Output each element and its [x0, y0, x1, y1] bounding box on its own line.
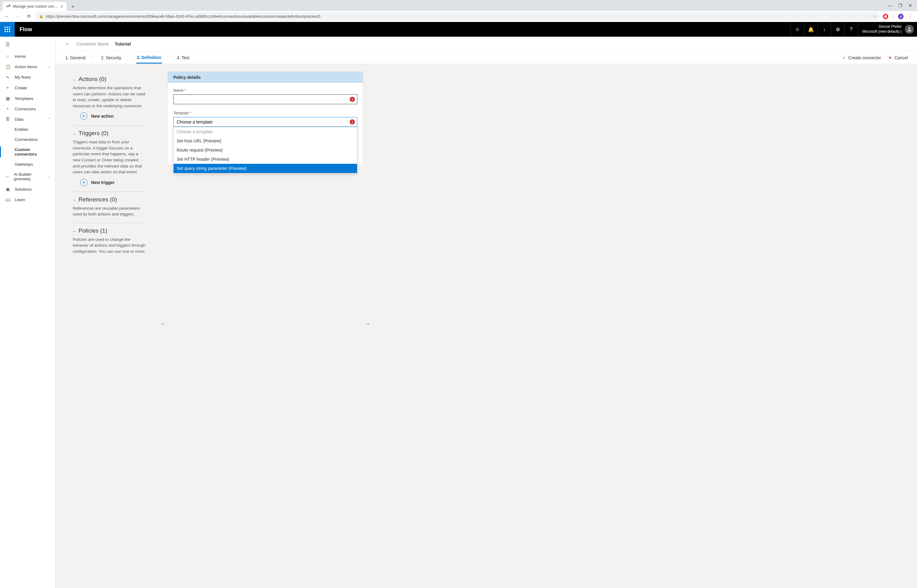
new-action-button[interactable]: +New action [80, 113, 146, 120]
svg-rect-7 [7, 31, 8, 32]
nav-create[interactable]: ＋Create [0, 82, 55, 93]
nav-gateways[interactable]: Gateways [0, 159, 55, 169]
connector-icon: ⚬ [5, 107, 10, 111]
plus-circle-icon: + [80, 113, 87, 120]
nav-solutions[interactable]: ▣Solutions [0, 184, 55, 194]
panel-next-button[interactable]: → [364, 320, 370, 327]
user-name: Denzel Pfeifer [862, 24, 902, 29]
wizard-steps: 1. General 〉 2. Security 〉 3. Definition… [56, 51, 917, 64]
browser-menu-icon[interactable]: ⋮ [908, 13, 913, 19]
nav-learn[interactable]: 📖Learn [0, 194, 55, 205]
nav-connections[interactable]: Connections [0, 134, 55, 145]
url-input[interactable]: 🔒 https://preview.flow.microsoft.com/man… [36, 12, 880, 21]
back-button[interactable]: ← [65, 40, 70, 47]
template-option-set-query-string[interactable]: Set query string parameter (Preview) [174, 164, 357, 173]
section-policies-header[interactable]: ⌄Policies (1) [73, 228, 146, 234]
section-policies-desc: Policies are used to change the behavior… [73, 237, 146, 255]
chevron-right-icon: 〉 [168, 55, 171, 60]
section-triggers-desc: Triggers read data in from your connecto… [73, 139, 146, 175]
template-select[interactable]: Choose a template [173, 117, 357, 127]
feedback-icon[interactable]: ☺ [791, 22, 804, 37]
user-menu[interactable]: Denzel Pfeifer Microsoft (new default) ( [858, 22, 917, 37]
error-icon: ! [350, 120, 355, 125]
section-references: ⌄References (0) References are reusable … [73, 192, 146, 223]
chevron-up-icon: ⌃ [48, 117, 50, 121]
template-option-placeholder[interactable]: Choose a template [174, 127, 357, 136]
name-label: Name * [173, 88, 357, 93]
chevron-down-icon: ⌄ [73, 77, 76, 82]
side-navigation: ☰ ⌂Home 📋Action items⌄ ∿My flows ＋Create… [0, 37, 56, 588]
connector-label: Connector Name [76, 42, 109, 47]
waffle-icon [5, 27, 10, 32]
chevron-down-icon: ⌄ [73, 131, 76, 136]
policy-name-input[interactable] [173, 94, 357, 104]
tab-close-icon[interactable]: × [61, 4, 63, 9]
ai-icon: ◦◦ [5, 174, 10, 179]
check-icon: ✓ [842, 55, 846, 60]
favicon-icon [6, 4, 10, 8]
svg-rect-6 [5, 31, 6, 32]
step-definition[interactable]: 3. Definition [136, 52, 162, 63]
svg-rect-1 [7, 27, 8, 28]
browser-forward-button[interactable]: → [13, 12, 22, 21]
settings-icon[interactable]: ⚙ [831, 22, 844, 37]
browser-tabbar: Manage your custom connectors × + — ❐ ✕ [0, 0, 917, 11]
plus-circle-icon: + [80, 179, 87, 186]
download-icon[interactable]: ↓ [817, 22, 831, 37]
svg-rect-4 [7, 29, 8, 30]
template-dropdown: Choose a template Set host URL (Preview)… [173, 127, 357, 173]
nav-entities[interactable]: Entities [0, 124, 55, 134]
hamburger-button[interactable]: ☰ [0, 38, 55, 51]
template-option-route-request[interactable]: Route request (Preview) [174, 145, 357, 155]
nav-templates[interactable]: ▦Templates [0, 93, 55, 103]
section-references-header[interactable]: ⌄References (0) [73, 196, 146, 203]
divider: | [893, 14, 894, 19]
section-policies: ⌄Policies (1) Policies are used to chang… [73, 223, 146, 260]
section-actions-desc: Actions determine the operations that us… [73, 85, 146, 109]
minimize-icon[interactable]: — [888, 3, 892, 8]
nav-home[interactable]: ⌂Home [0, 51, 55, 61]
nav-action-items[interactable]: 📋Action items⌄ [0, 61, 55, 72]
browser-tab[interactable]: Manage your custom connectors × [2, 2, 67, 11]
panel-prev-button[interactable]: ← [160, 320, 166, 327]
template-option-set-host-url[interactable]: Set host URL (Preview) [174, 136, 357, 145]
notifications-icon[interactable]: 🔔 [804, 22, 817, 37]
svg-rect-5 [9, 29, 10, 30]
window-controls: — ❐ ✕ [883, 0, 917, 11]
step-test[interactable]: 4. Test [176, 53, 190, 63]
section-references-desc: References are reusable parameters used … [73, 205, 146, 217]
extension-icon[interactable]: ◉ [883, 14, 888, 19]
help-icon[interactable]: ? [844, 22, 858, 37]
star-icon[interactable]: ☆ [873, 14, 877, 19]
browser-reload-button[interactable]: ⟳ [24, 12, 33, 21]
page-header: ← Connector Name Tutorial [56, 37, 917, 51]
error-icon: ! [350, 97, 355, 102]
url-text: https://preview.flow.microsoft.com/manag… [46, 14, 870, 19]
home-icon: ⌂ [5, 54, 10, 59]
chevron-down-icon: ⌄ [48, 175, 50, 179]
create-connector-button[interactable]: ✓Create connector [842, 55, 881, 60]
step-general[interactable]: 1. General [65, 53, 86, 63]
profile-icon[interactable]: d [898, 14, 904, 19]
brand-name[interactable]: Flow [15, 26, 37, 33]
new-tab-button[interactable]: + [68, 2, 77, 11]
nav-data[interactable]: 🗄Data⌃ [0, 114, 55, 124]
data-icon: 🗄 [5, 117, 10, 122]
nav-connectors[interactable]: ⚬Connectors [0, 103, 55, 114]
nav-ai-builder[interactable]: ◦◦AI Builder (preview)⌄ [0, 169, 55, 184]
cancel-button[interactable]: ✕Cancel [888, 55, 908, 60]
app-header: Flow ☺ 🔔 ↓ ⚙ ? Denzel Pfeifer Microsoft … [0, 22, 917, 37]
section-triggers-header[interactable]: ⌄Triggers (0) [73, 130, 146, 137]
close-window-icon[interactable]: ✕ [909, 3, 912, 8]
browser-back-button[interactable]: ← [2, 12, 11, 21]
nav-custom-connectors[interactable]: Custom connectors [0, 145, 55, 159]
template-option-set-http-header[interactable]: Set HTTP header (Preview) [174, 155, 357, 164]
nav-my-flows[interactable]: ∿My flows [0, 72, 55, 82]
tenant-name: Microsoft (new default) ( [862, 29, 902, 34]
section-actions-header[interactable]: ⌄Actions (0) [73, 76, 146, 82]
new-trigger-button[interactable]: +New trigger [80, 179, 146, 186]
maximize-icon[interactable]: ❐ [898, 3, 902, 8]
step-security[interactable]: 2. Security [100, 53, 122, 63]
solutions-icon: ▣ [5, 187, 10, 192]
app-launcher-button[interactable] [0, 22, 15, 37]
